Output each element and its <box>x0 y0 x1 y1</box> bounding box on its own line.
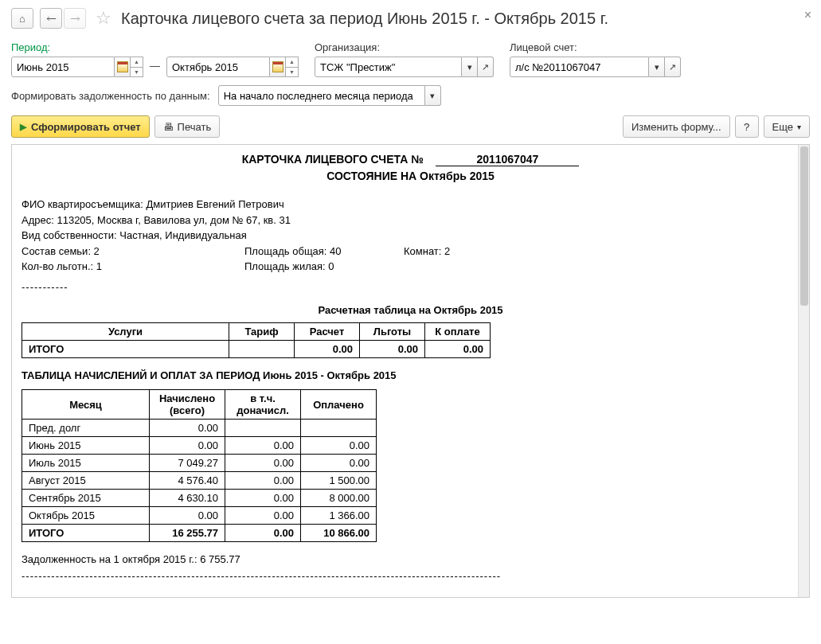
print-button[interactable]: 🖶Печать <box>154 115 221 138</box>
back-button[interactable]: 🡐 <box>40 8 62 29</box>
debt-line: Задолженность на 1 октября 2015 г.: 6 75… <box>22 553 799 565</box>
generate-report-button[interactable]: ▶Сформировать отчет <box>11 115 150 138</box>
period-table: Месяц Начислено (всего) в т.ч. доначисл.… <box>22 389 377 542</box>
scrollbar[interactable] <box>798 145 809 597</box>
titlebar: ⌂ 🡐 🡒 ☆ Карточка лицевого счета за перио… <box>11 8 810 29</box>
home-button[interactable]: ⌂ <box>11 8 33 29</box>
separator-dashes: ----------------------------------------… <box>22 570 799 582</box>
period-from-input[interactable] <box>11 57 115 77</box>
more-button[interactable]: Еще▾ <box>764 115 810 138</box>
period-to-input[interactable] <box>166 57 270 77</box>
calc-table: Услуги Тариф Расчет Льготы К оплате ИТОГ… <box>22 322 491 358</box>
tenant-info: ФИО квартиросъемщика: Дмитриев Евгений П… <box>22 197 799 295</box>
calc-table-title: Расчетная таблица на Октябрь 2015 <box>22 304 799 316</box>
close-icon[interactable]: × <box>804 8 811 22</box>
table-row: Пред. долг0.00 <box>22 420 377 437</box>
open-icon[interactable]: ↗ <box>478 57 494 77</box>
calendar-icon[interactable] <box>115 57 131 77</box>
period-table-title: ТАБЛИЦА НАЧИСЛЕНИЙ И ОПЛАТ ЗА ПЕРИОД Июн… <box>22 369 799 381</box>
table-total-row: ИТОГО16 255.770.0010 866.00 <box>22 525 377 542</box>
table-row: Сентябрь 20154 630.100.008 000.00 <box>22 490 377 507</box>
print-label: Печать <box>178 121 212 133</box>
period-dash: — <box>150 60 160 75</box>
period-from-spinner[interactable]: ▲▼ <box>131 57 143 77</box>
open-icon[interactable]: ↗ <box>665 57 681 77</box>
report-header: КАРТОЧКА ЛИЦЕВОГО СЧЕТА № 2011067047 <box>22 153 799 166</box>
chevron-down-icon: ▾ <box>797 123 801 131</box>
calendar-icon[interactable] <box>270 57 286 77</box>
dropdown-icon[interactable]: ▾ <box>462 57 478 77</box>
period-to-spinner[interactable]: ▲▼ <box>286 57 299 77</box>
forward-button: 🡒 <box>64 8 86 29</box>
table-row: Октябрь 20150.000.001 366.00 <box>22 507 377 525</box>
dropdown-icon[interactable]: ▾ <box>649 57 665 77</box>
generate-label: Сформировать отчет <box>31 121 141 133</box>
favorite-star-icon[interactable]: ☆ <box>96 8 111 29</box>
table-row: Июль 20157 049.270.000.00 <box>22 455 377 472</box>
table-row: Июнь 20150.000.000.00 <box>22 437 377 455</box>
report-area: КАРТОЧКА ЛИЦЕВОГО СЧЕТА № 2011067047 СОС… <box>11 144 810 598</box>
more-label: Еще <box>772 121 793 133</box>
period-label: Период: <box>11 41 299 53</box>
org-input[interactable] <box>315 57 462 77</box>
debt-mode-label: Формировать задолженность по данным: <box>11 90 210 102</box>
debt-mode-select[interactable] <box>218 85 425 106</box>
printer-icon: 🖶 <box>163 121 174 133</box>
page-title: Карточка лицевого счета за период Июнь 2… <box>121 10 608 28</box>
account-input[interactable] <box>510 57 649 77</box>
dropdown-icon[interactable]: ▾ <box>425 85 441 106</box>
help-button[interactable]: ? <box>735 115 759 138</box>
table-row: Август 20154 576.400.001 500.00 <box>22 472 377 490</box>
account-label: Лицевой счет: <box>510 41 681 53</box>
org-label: Организация: <box>315 41 494 53</box>
edit-form-button[interactable]: Изменить форму... <box>623 115 730 138</box>
report-state-line: СОСТОЯНИЕ НА Октябрь 2015 <box>22 170 799 182</box>
